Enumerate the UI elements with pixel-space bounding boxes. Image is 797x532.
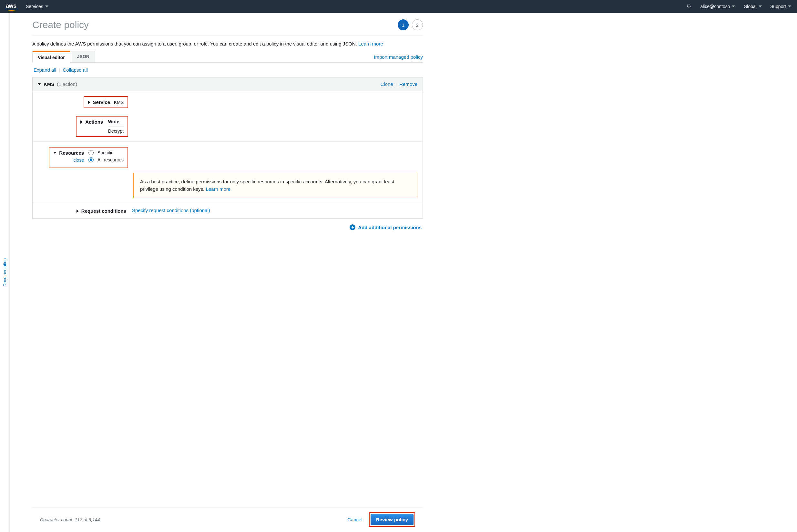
resources-row-highlight: Resources close Specific <box>49 147 128 168</box>
nav-notifications[interactable] <box>686 3 692 10</box>
service-row-highlight: Service KMS <box>83 96 128 108</box>
nav-support[interactable]: Support <box>770 4 791 9</box>
step-2[interactable]: 2 <box>412 19 423 30</box>
bell-icon <box>686 3 692 10</box>
conditions-link[interactable]: Specify request conditions (optional) <box>132 208 210 213</box>
resources-label: Resources <box>59 150 84 156</box>
nav-region[interactable]: Global <box>743 4 761 9</box>
editor-tabs: Visual editor JSON <box>32 51 95 62</box>
plus-circle-icon: + <box>349 224 355 230</box>
chevron-down-icon <box>53 152 56 154</box>
top-nav: aws Services alice@contoso Global Suppor… <box>0 0 797 13</box>
add-permissions-label: Add additional permissions <box>358 225 422 230</box>
intro-learn-more-link[interactable]: Learn more <box>358 41 383 46</box>
cancel-button[interactable]: Cancel <box>347 517 362 522</box>
expand-collapse-row: Expand all | Collapse all <box>32 63 423 77</box>
resource-specific-option[interactable]: Specific <box>89 150 124 155</box>
review-policy-button[interactable]: Review policy <box>371 514 414 525</box>
nav-region-label: Global <box>743 4 756 9</box>
service-value: KMS <box>114 100 124 105</box>
nav-services[interactable]: Services <box>26 4 49 9</box>
section-service-actions: Service KMS Actions <box>33 91 422 141</box>
footer: Character count: 117 of 6,144. Cancel Re… <box>32 508 423 532</box>
step-indicator: 1 2 <box>398 19 423 30</box>
radio-checked-icon <box>89 157 94 163</box>
aws-logo-text: aws <box>6 3 17 9</box>
page-header: Create policy 1 2 <box>32 19 423 36</box>
actions-item: Decrypt <box>108 126 124 134</box>
best-practice-warning: As a best practice, define permissions f… <box>133 173 417 198</box>
section-conditions: Request conditions Specify request condi… <box>33 203 422 218</box>
caret-down-icon <box>759 5 762 7</box>
warn-learn-more-link[interactable]: Learn more <box>206 186 230 192</box>
chevron-right-icon <box>80 120 83 124</box>
tab-json[interactable]: JSON <box>72 51 95 62</box>
tab-visual-editor[interactable]: Visual editor <box>32 51 70 63</box>
review-highlight: Review policy <box>369 512 415 527</box>
caret-down-icon <box>45 5 49 7</box>
character-count: Character count: 117 of 6,144. <box>40 517 101 522</box>
caret-down-icon <box>788 5 791 7</box>
step-1[interactable]: 1 <box>398 19 409 30</box>
remove-link[interactable]: Remove <box>399 81 417 87</box>
collapse-all-link[interactable]: Collapse all <box>63 67 88 73</box>
caret-down-icon <box>732 5 735 7</box>
aws-logo[interactable]: aws <box>6 3 17 11</box>
import-managed-policy-link[interactable]: Import managed policy <box>374 54 423 62</box>
nav-services-label: Services <box>26 4 43 9</box>
nav-support-label: Support <box>770 4 786 9</box>
section-resources: Resources close Specific <box>33 141 422 203</box>
documentation-label: Documentation <box>2 258 7 286</box>
actions-group: Write <box>108 119 119 124</box>
clone-link[interactable]: Clone <box>381 81 393 87</box>
service-label: Service <box>93 99 110 105</box>
radio-icon <box>89 150 94 155</box>
actions-label: Actions <box>85 119 103 125</box>
chevron-right-icon <box>88 101 90 104</box>
permission-block: KMS (1 action) Clone | Remove <box>32 77 423 218</box>
add-permissions-link[interactable]: + Add additional permissions <box>349 224 422 230</box>
chevron-down-icon <box>38 83 41 85</box>
actions-row-highlight: Actions Write Decrypt <box>76 116 128 137</box>
expand-all-link[interactable]: Expand all <box>34 67 56 73</box>
page-title: Create policy <box>32 19 89 30</box>
nav-account-label: alice@contoso <box>700 4 730 9</box>
perm-header-service: KMS <box>43 81 54 87</box>
intro-text: A policy defines the AWS permissions tha… <box>32 36 423 51</box>
resource-all-option[interactable]: All resources <box>89 157 124 163</box>
chevron-right-icon <box>76 209 79 213</box>
documentation-sidebar[interactable]: Documentation <box>0 13 10 532</box>
nav-account[interactable]: alice@contoso <box>700 4 735 9</box>
resource-all-label: All resources <box>97 157 124 163</box>
resource-specific-label: Specific <box>97 150 113 155</box>
permission-header[interactable]: KMS (1 action) Clone | Remove <box>33 77 422 91</box>
resources-close-link[interactable]: close <box>73 157 84 163</box>
perm-header-count: (1 action) <box>57 81 77 87</box>
conditions-label: Request conditions <box>81 208 126 214</box>
